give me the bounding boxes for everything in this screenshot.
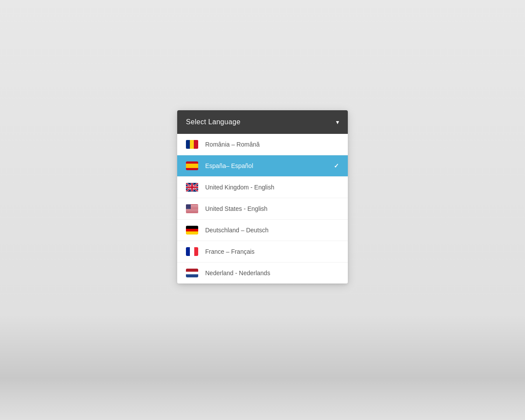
item-label: France – Français (205, 248, 339, 255)
item-label: Nederland - Nederlands (205, 270, 339, 276)
list-item[interactable]: España– Español ✓ (177, 155, 348, 177)
check-icon: ✓ (334, 162, 339, 169)
dropdown-list: România – Română España– Español ✓ (177, 134, 348, 284)
romania-flag-icon (186, 140, 198, 149)
svg-rect-13 (186, 212, 198, 213)
list-item[interactable]: Nederland - Nederlands (177, 262, 348, 284)
item-label: United States - English (205, 205, 339, 212)
germany-flag-icon (186, 226, 198, 234)
france-flag-icon (186, 247, 198, 256)
item-label: United Kingdom - English (205, 184, 339, 191)
svg-rect-10 (186, 210, 198, 211)
svg-rect-14 (186, 204, 191, 209)
list-item[interactable]: Deutschland – Deutsch (177, 220, 348, 241)
uk-flag-icon (186, 183, 198, 192)
svg-rect-9 (186, 210, 198, 210)
dropdown-header-label: Select Language (186, 118, 241, 126)
language-dropdown: Select Language ▾ România – Română Españ… (177, 110, 348, 284)
svg-rect-11 (186, 211, 198, 212)
svg-rect-12 (186, 212, 198, 213)
netherlands-flag-icon (186, 269, 198, 277)
item-label: România – Română (205, 141, 339, 148)
svg-rect-8 (186, 209, 198, 210)
list-item[interactable]: France – Français (177, 241, 348, 262)
list-item[interactable]: United Kingdom - English (177, 177, 348, 198)
item-label: Deutschland – Deutsch (205, 227, 339, 234)
us-flag-icon (186, 204, 198, 213)
spain-flag-icon (186, 161, 198, 170)
list-item[interactable]: United States - English (177, 198, 348, 220)
list-item[interactable]: România – Română (177, 134, 348, 155)
item-label: España– Español (205, 162, 334, 169)
dropdown-header[interactable]: Select Language ▾ (177, 110, 348, 134)
chevron-down-icon: ▾ (336, 119, 339, 126)
